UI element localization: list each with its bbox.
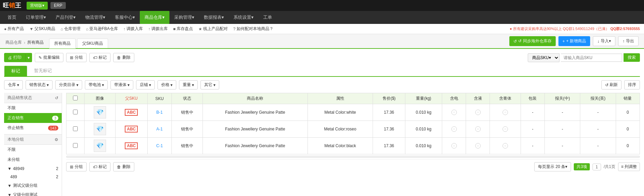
subnav-inventory[interactable]: ■ 库存盘点 [173, 26, 193, 32]
delete-btn[interactable]: 🗑 删除 [113, 53, 134, 62]
subnav-product-match[interactable]: ★ 线上产品配对 [198, 26, 228, 32]
sort-btn[interactable]: 排序 [624, 80, 640, 89]
row3-name: Fashion Jewellery Genuine Patte [203, 138, 308, 154]
upload-icon: ↑ [623, 39, 625, 44]
search-btn[interactable]: 搜索 [624, 53, 640, 62]
sync-overseas-btn[interactable]: ↺ ↺ 同步海外仓库存 [509, 36, 555, 46]
sku-input[interactable] [561, 54, 622, 62]
filter-store[interactable]: 店铺 ▾ [136, 80, 155, 89]
tag-inactive-tab[interactable]: 暂无标记 [27, 66, 59, 76]
row3-declare-en: - [580, 138, 616, 154]
table-header-row: 图像 父SKU SKU 状态 商品名称 属性 售价($) 重量(kg) 含电 含… [66, 93, 640, 104]
table-row: 💎 ABC C-1 销售中 Fashion Jewellery Genuine … [66, 138, 640, 154]
subnav-all-products[interactable]: ● 所有产品 [4, 26, 24, 32]
refresh-btn[interactable]: ↺ 刷新 [601, 80, 621, 89]
group-489[interactable]: 489 2 [4, 173, 62, 181]
filter-sale-status[interactable]: 销售状态 ▾ [26, 80, 53, 89]
refresh-small-icon[interactable]: ↺ [55, 96, 58, 100]
marketing-version-btn[interactable]: 营销版▾ [27, 2, 48, 10]
col-electric: 含电 [442, 93, 466, 104]
group-title: 本地分组 [8, 137, 24, 142]
filter-category[interactable]: 分类目录 ▾ [55, 80, 82, 89]
nav-workorder[interactable]: 工单 [258, 11, 277, 24]
subnav-help[interactable]: ? 如何配对本地商品？ [233, 26, 273, 32]
subnav-transfer-in[interactable]: ↑ 调拨入库 [123, 26, 143, 32]
filter-price[interactable]: 价格 ▾ [158, 80, 176, 89]
row1-electric: ○ [442, 104, 466, 121]
group-ungrouped[interactable]: 未分组 [4, 155, 62, 165]
nav-orders[interactable]: 订单管理▾ [21, 11, 51, 24]
chevron-down-icon5: ▾ [128, 83, 130, 87]
nav-products[interactable]: 产品刊登▾ [51, 11, 80, 24]
filter-weight[interactable]: 重量 ▾ [179, 80, 198, 89]
breadcrumb-warehouse[interactable]: 商品仓库 [5, 40, 22, 45]
nav-logistics[interactable]: 物流管理▾ [80, 11, 110, 24]
batch-edit-btn[interactable]: ✎ 批量编辑 [35, 53, 63, 62]
select-all-checkbox[interactable] [73, 96, 78, 100]
tag-btn[interactable]: 🏷 标记 [89, 53, 110, 62]
col-package: 包装 [521, 93, 544, 104]
columns-adjust-btn[interactable]: ≡ 列调整 [618, 163, 640, 171]
product-img-2: 💎 [94, 123, 106, 135]
group-48949[interactable]: ▼ 48949 2 [4, 165, 62, 173]
group-test-parent[interactable]: ▼ 测试父级分组 [4, 181, 62, 190]
row3-check[interactable] [73, 143, 78, 148]
subnav-parent-sku[interactable]: ▼ 父SKU商品 [29, 26, 55, 32]
filter-other[interactable]: 其它 ▾ [200, 80, 219, 89]
row1-sku[interactable]: B-1 [147, 104, 171, 121]
print-btn-group: 🖨 打印 ▾ [4, 53, 32, 62]
print-dropdown-btn[interactable]: ▾ [25, 53, 32, 62]
col-status: 状态 [172, 93, 203, 104]
col-declare-cn: 报关(中) [545, 93, 580, 104]
nav-reports[interactable]: 数据报表▾ [199, 11, 229, 24]
row2-sku[interactable]: A-1 [147, 121, 171, 138]
qq2-text: QQ群2:57693555 [610, 27, 640, 31]
filter-no-limit[interactable]: 不限 [4, 103, 62, 113]
bottom-group-btn[interactable]: ⊞ 分组 [66, 162, 87, 171]
row2-check[interactable] [73, 126, 78, 131]
gear-icon[interactable]: ⚙ [55, 137, 58, 142]
row2-liquid: ○ [466, 121, 490, 138]
import-btn[interactable]: ↓ 导入▾ [593, 36, 615, 46]
group-btn[interactable]: ⊞ 分组 [66, 53, 87, 62]
row3-parent-sku: ABC [115, 138, 147, 154]
chevron-right-icon: ▼ [8, 183, 12, 188]
subnav-amazon-fba[interactable]: ⌂ 亚马逊FBA仓库 [86, 26, 118, 32]
sku-type-select[interactable]: 商品SKU▾ [528, 53, 559, 62]
subnav-warehouse-mgmt[interactable]: ⌂ 仓库管理 [61, 26, 80, 32]
export-btn[interactable]: ↑ 导出 [618, 36, 639, 46]
erp-btn[interactable]: ERP [50, 2, 66, 9]
row3-sku[interactable]: C-1 [147, 138, 171, 154]
filter-liquid[interactable]: 带液体 ▾ [110, 80, 133, 89]
group-parent-test[interactable]: ▼ 父级分组测试 [4, 190, 62, 196]
col-declare-en: 报关(英) [580, 93, 616, 104]
chevron-down-icon: ▾ [17, 83, 19, 87]
subnav-transfer-out[interactable]: ↑ 调拨出库 [148, 26, 168, 32]
nav-warehouse[interactable]: 商品仓库▾ [140, 11, 169, 24]
breadcrumb-sep: › [24, 40, 25, 45]
group-no-limit[interactable]: 不限 [4, 145, 62, 155]
row1-check[interactable] [73, 110, 78, 114]
nav-purchase[interactable]: 采购管理▾ [169, 11, 199, 24]
nav-customer[interactable]: 客服中心▾ [110, 11, 140, 24]
nav-settings[interactable]: 系统设置▾ [229, 11, 258, 24]
row2-status: 销售中 [172, 121, 203, 138]
filter-selling[interactable]: 正在销售 3 [4, 113, 62, 123]
row3-package: - [521, 138, 544, 154]
new-product-btn[interactable]: + + 新增商品 [558, 36, 590, 46]
bottom-tag-btn[interactable]: 🏷 标记 [89, 162, 110, 171]
tab-parent-sku[interactable]: 父SKU商品 [77, 39, 108, 48]
sku-search: 商品SKU▾ 搜索 [528, 53, 640, 62]
bottom-delete-btn[interactable]: 🗑 删除 [113, 162, 134, 171]
tag-active-tab[interactable]: 标记 [4, 66, 27, 76]
filter-warehouse[interactable]: 仓库 ▾ [4, 80, 23, 89]
filter-battery[interactable]: 带电池 ▾ [85, 80, 108, 89]
filter-stopped[interactable]: 停止销售 143 [4, 123, 62, 133]
horizontal-scrollbar[interactable] [66, 156, 640, 158]
tab-all-products[interactable]: 所有商品 [49, 39, 76, 48]
print-btn[interactable]: 🖨 打印 [4, 53, 25, 62]
per-page-select[interactable]: 每页显示 20 条▾ [534, 162, 571, 171]
nav-home[interactable]: 首页 [3, 11, 21, 24]
group-section: 本地分组 ⚙ [4, 134, 62, 145]
row1-weight: 0.010 kg [405, 104, 442, 121]
